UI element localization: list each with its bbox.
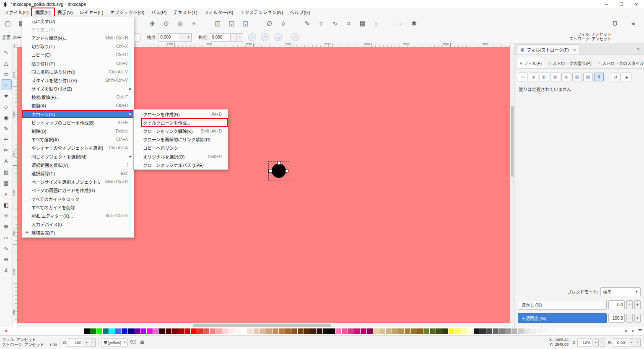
palette-swatch[interactable] [140,328,146,334]
palette-swatch[interactable] [524,328,530,334]
paint-mesh-button[interactable]: ◈ [561,73,571,81]
box3d-tool[interactable]: ◇ [1,102,11,112]
menu-item-create-guides-around-page[interactable]: ✳ ページの周囲にガイドを作成(G) ▶ [22,186,134,195]
style-indicator[interactable]: フィル: アンセット ストローク: アンセット 1.00 [0,337,57,348]
palette-swatch[interactable] [530,328,536,334]
pencil-tool[interactable]: ✎ [1,123,11,133]
palette-swatch[interactable] [543,328,549,334]
palette-swatch[interactable] [203,328,209,334]
object-opacity-plus-button[interactable]: + [90,339,96,346]
menubar-item[interactable]: ファイル(F) [1,8,32,16]
blur-plus-button[interactable]: + [634,300,641,309]
zoom-page-button[interactable]: ◎ [175,18,185,29]
toolbar-collapse-button[interactable]: ◂ [628,18,638,29]
palette-swatch[interactable] [109,328,115,334]
palette-swatch[interactable] [222,328,228,334]
zoom-drawing-button[interactable]: ⊙ [161,18,171,29]
palette-swatch[interactable] [335,328,341,334]
menu-item-undo-history[interactable]: ✳ アンドゥ履歴(H)... Shift+Ctrl+H ▶ [22,34,134,42]
menubar-item[interactable]: フィルター(S) [201,8,236,16]
palette-swatch[interactable] [379,328,385,334]
menu-item-xml-editor[interactable]: ✳ XML エディター(X)... Shift+Ctrl+X ▶ [22,211,134,220]
arc-end-plus-button[interactable]: + [237,33,243,42]
menu-item-delete-all-guides[interactable]: ✳ すべてのガイドを削除 ▶ [22,203,134,211]
palette-swatch[interactable] [518,328,524,334]
palette-swatch[interactable] [178,328,184,334]
palette-swatch[interactable] [323,328,329,334]
palette-swatch[interactable] [549,328,555,334]
menu-item-clone-original-path[interactable]: クローンオリジナルパス (LPE) ▶ [134,161,228,169]
star-tool[interactable]: ★ [1,91,11,101]
copy-button[interactable]: ◫ [213,18,223,29]
selection-handle-left[interactable] [268,169,272,173]
rectangle-tool[interactable]: ▭ [1,69,11,79]
palette-swatch[interactable] [216,328,222,334]
palette-scroll-up-button[interactable]: ∧ [624,328,627,333]
preferences-button[interactable]: ✱ [409,18,419,29]
zoom-width-button[interactable]: ⌖ [189,18,199,29]
palette-swatch[interactable] [172,328,178,334]
palette-swatch[interactable] [474,328,480,334]
palette-swatch[interactable] [134,328,140,334]
palette-swatch[interactable] [354,328,360,334]
menu-item-input-devices[interactable]: ✳ 入力デバイス(I)... ▶ [22,220,134,229]
menu-item-copy[interactable]: ✳ コピー(C) Ctrl+C ▶ [22,51,134,59]
arc-end-input[interactable]: 0.000 [210,33,231,42]
opacity-plus-button[interactable]: + [634,314,641,323]
opacity-slider[interactable]: 不透明度 (%) [518,313,607,323]
blend-mode-select[interactable]: 標準 ▼ [600,287,641,296]
arc-start-input[interactable]: 0.000 [158,33,179,42]
palette-swatch[interactable] [556,328,561,334]
arc-start-minus-button[interactable]: − [179,33,185,42]
fill-stroke-dialog-tab[interactable]: ▣ フィル/ストローク(F) ✕ [517,44,579,55]
tweak-button[interactable]: ∿ [330,18,340,29]
palette-swatch[interactable] [266,328,272,334]
zoom-selection-button[interactable]: ⊕ [147,18,158,29]
menubar-item[interactable]: テキスト(T) [170,8,201,16]
arc-slice-button[interactable]: ◔ [248,33,256,41]
palette-swatch[interactable] [298,328,304,334]
menubar-item[interactable]: 表示(V) [54,8,76,16]
menubar-item[interactable]: エクステンション(N) [236,8,286,16]
tweak-tool[interactable]: ✳ [1,211,11,221]
panel-splitter-handle[interactable]: ⋮ [511,180,515,184]
rotation-plus-button[interactable]: + [635,339,641,346]
menu-item-preferences[interactable]: ✳ 環境設定(P) ▶ [22,229,134,237]
palette-swatch[interactable] [436,328,442,334]
ellipse-object[interactable] [272,164,286,178]
close-dialog-icon[interactable]: ✕ [573,48,576,52]
palette-swatch[interactable] [423,328,429,334]
arc-open-button[interactable]: ◠ [261,33,269,41]
palette-swatch[interactable] [348,328,354,334]
layer-visibility-toggle[interactable] [129,340,138,345]
palette-swatch[interactable] [392,328,398,334]
duplicate-button[interactable]: ◱ [226,18,237,29]
menubar-item[interactable]: パス(P) [148,8,170,16]
palette-swatch[interactable] [310,328,316,334]
object-opacity-minus-button[interactable]: − [84,339,89,346]
menu-item-select-all[interactable]: ✳ すべて選択(A) Ctrl+A ▶ [22,135,134,144]
paint-flat-button[interactable]: ■ [529,73,538,81]
paint-linear-gradient-button[interactable]: ◧ [540,73,549,81]
menubar-item[interactable]: レイヤー(L) [76,8,106,16]
select-original-button[interactable]: ◊ [278,18,288,29]
palette-swatch[interactable] [405,328,410,334]
paint-swatch-button[interactable]: ▩ [583,73,593,81]
menu-item-invert-selection[interactable]: ✳ 選択範囲を反転(V) ! ▶ [22,161,134,169]
layer-selector[interactable]: 黄(yellow) ▾ [101,339,128,346]
zoom-input[interactable]: 12% [577,339,592,346]
palette-swatch[interactable] [153,328,159,334]
measure-tool[interactable]: ∡ [1,265,11,275]
palette-swatch[interactable] [191,328,197,334]
palette-swatch[interactable] [411,328,417,334]
unlink-clone-button[interactable]: ∅ [264,18,275,29]
palette-swatch[interactable] [128,328,134,334]
palette-swatch[interactable] [499,328,505,334]
blur-input[interactable]: 0.0 [608,300,625,309]
palette-swatch[interactable] [103,328,109,334]
menubar-item[interactable]: オブジェクト(O) [107,8,148,16]
palette-swatch[interactable] [285,328,291,334]
selector-tool[interactable]: ↖ [1,47,11,57]
palette-swatch[interactable] [398,328,404,334]
palette-swatch[interactable] [342,328,348,334]
